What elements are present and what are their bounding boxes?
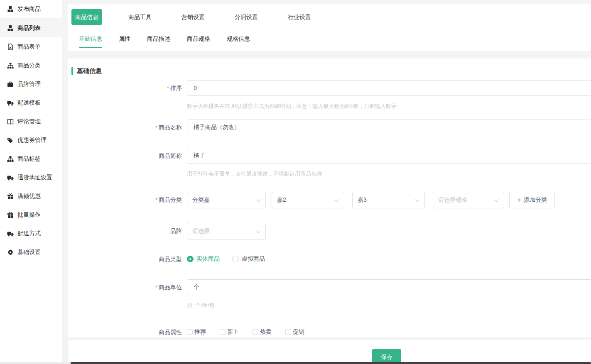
sidebar-item-basic-settings[interactable]: 基础设置: [0, 243, 62, 261]
short-name-label: 商品简称: [68, 148, 187, 177]
subtab-basic-info[interactable]: 基础信息: [79, 31, 102, 48]
cubes-icon: [7, 6, 14, 12]
sidebar-item-label: 商品标签: [17, 155, 41, 163]
section-header: 基础信息: [71, 67, 591, 75]
chevron-down-icon: [494, 197, 499, 202]
sidebar-item-label: 评论管理: [17, 118, 41, 125]
add-category-button[interactable]: + 添加分类: [509, 192, 555, 208]
subtab-product-description[interactable]: 商品描述: [147, 31, 170, 48]
sidebar-item-product-form[interactable]: 商品表单: [0, 37, 62, 56]
sidebar-item-label: 品牌管理: [17, 81, 41, 88]
sidebar-item-brand-management[interactable]: 品牌管理: [0, 75, 62, 93]
plus-icon: +: [517, 196, 521, 204]
sidebar-item-delivery-template[interactable]: 配送模板: [0, 93, 62, 112]
truck-icon: [7, 174, 14, 181]
tabs-card: 商品信息 商品工具 营销设置 分润设置 行业设置 基础信息 属性 商品描述 商品…: [68, 4, 591, 51]
subtab-attributes[interactable]: 属性: [119, 31, 130, 48]
tab-industry-settings[interactable]: 行业设置: [284, 9, 315, 25]
radio-label: 实体商品: [196, 255, 220, 263]
category-select-value: 嘉2: [277, 196, 286, 204]
checkbox-icon: [220, 329, 226, 335]
category-label: 商品分类: [68, 192, 187, 208]
tab-product-info[interactable]: 商品信息: [71, 9, 102, 25]
sidebar-item-publish-product[interactable]: 发布商品: [0, 0, 62, 19]
checkbox-icon: [187, 329, 193, 335]
sitemap-icon: [7, 62, 14, 69]
radio-selected-icon: [187, 256, 194, 262]
sidebar-item-comment-management[interactable]: 评论管理: [0, 112, 62, 131]
sidebar-item-label: 发布商品: [17, 5, 41, 13]
subtab-spec-info[interactable]: 规格信息: [227, 31, 250, 48]
sidebar-item-product-list[interactable]: 商品列表: [0, 19, 62, 37]
horizontal-scrollbar-thumb[interactable]: [71, 362, 591, 364]
sidebar-item-full-amount-discount[interactable]: 满额优惠: [0, 187, 62, 205]
checkbox-label: 新上: [227, 328, 239, 336]
checkbox-label: 热卖: [260, 328, 272, 336]
radio-physical-product[interactable]: 实体商品: [187, 255, 220, 263]
tab-profit-settings[interactable]: 分润设置: [231, 9, 262, 25]
sidebar: 发布商品 商品列表 商品表单 商品分类 品牌管理 配送模板 评论管理 优惠券管理…: [0, 0, 62, 364]
checkbox-promotion[interactable]: 促销: [285, 328, 304, 336]
gear-icon: [7, 249, 14, 256]
radio-label: 虚拟商品: [242, 255, 265, 263]
sidebar-item-label: 批量操作: [17, 211, 41, 219]
truck-icon: [7, 230, 14, 237]
checkbox-hot-sale[interactable]: 热卖: [253, 328, 272, 336]
cubes-icon: [7, 25, 14, 32]
section-accent-bar: [71, 67, 73, 75]
attributes-label: 商品属性: [68, 324, 187, 335]
form-card: 基础信息 排序 数字大的排名在前,默认排序方式为创建时间，注意：输入最大数为9位…: [68, 59, 591, 337]
short-name-help-text: 用于打印电子面单，支付通道推送，不填默认用商品名称: [187, 170, 591, 177]
subtab-product-specs[interactable]: 商品规格: [187, 31, 210, 48]
sidebar-item-label: 基础设置: [17, 249, 41, 256]
briefcase-icon: [7, 81, 14, 88]
sidebar-item-label: 退货地址设置: [17, 174, 52, 181]
checkbox-label: 促销: [293, 328, 304, 336]
product-name-input[interactable]: [187, 120, 591, 135]
brand-label: 品牌: [68, 223, 187, 239]
tab-marketing-settings[interactable]: 营销设置: [178, 9, 208, 25]
sort-label: 排序: [68, 80, 187, 110]
truck-icon: [7, 100, 14, 106]
radio-virtual-product[interactable]: 虚拟商品: [232, 255, 265, 263]
chevron-down-icon: [256, 228, 260, 233]
category-select-level2[interactable]: 嘉2: [272, 192, 344, 208]
brand-select[interactable]: 请选择: [187, 223, 266, 239]
tab-product-tools[interactable]: 商品工具: [125, 9, 155, 25]
unit-input[interactable]: [187, 279, 591, 295]
sort-input[interactable]: [187, 80, 591, 96]
chevron-down-icon: [334, 197, 339, 202]
brand-select-placeholder: 请选择: [192, 227, 210, 235]
file-excel-icon: [7, 44, 14, 50]
sidebar-item-product-category[interactable]: 商品分类: [0, 56, 62, 75]
chevron-down-icon: [256, 197, 260, 202]
tags-icon: [7, 137, 14, 144]
sidebar-item-label: 满额优惠: [17, 193, 41, 200]
sidebar-item-label: 配送方式: [17, 230, 41, 237]
checkbox-icon: [285, 329, 291, 335]
category-select-level1[interactable]: 分类嘉: [187, 192, 266, 208]
checkbox-new[interactable]: 新上: [220, 328, 239, 336]
checkbox-label: 推荐: [194, 328, 206, 336]
sidebar-item-product-tags[interactable]: 商品标签: [0, 149, 62, 168]
category-select-placeholder: 请选择规格: [438, 196, 467, 204]
sidebar-item-delivery-method[interactable]: 配送方式: [0, 224, 62, 243]
save-bar: 保存: [68, 340, 591, 364]
sidebar-item-label: 商品表单: [17, 43, 41, 51]
sidebar-item-label: 商品列表: [17, 24, 41, 32]
product-type-label: 商品类型: [68, 251, 187, 267]
short-name-input[interactable]: [187, 148, 591, 164]
main-content: 商品信息 商品工具 营销设置 分润设置 行业设置 基础信息 属性 商品描述 商品…: [68, 0, 591, 364]
sidebar-item-coupon-management[interactable]: 优惠券管理: [0, 131, 62, 149]
add-category-label: 添加分类: [524, 196, 547, 204]
horizontal-scrollbar-track[interactable]: [0, 362, 591, 364]
sidebar-item-batch-operations[interactable]: 批量操作: [0, 205, 62, 224]
category-select-spec[interactable]: 请选择规格: [433, 192, 504, 208]
sidebar-item-label: 优惠券管理: [17, 137, 47, 144]
product-name-label: 商品名称: [68, 120, 187, 136]
checkbox-icon: [253, 329, 258, 335]
sidebar-item-return-address-settings[interactable]: 退货地址设置: [0, 168, 62, 187]
checkbox-recommend[interactable]: 推荐: [187, 328, 206, 336]
category-select-level3[interactable]: 嘉3: [352, 192, 425, 208]
columns-icon: [7, 118, 14, 125]
